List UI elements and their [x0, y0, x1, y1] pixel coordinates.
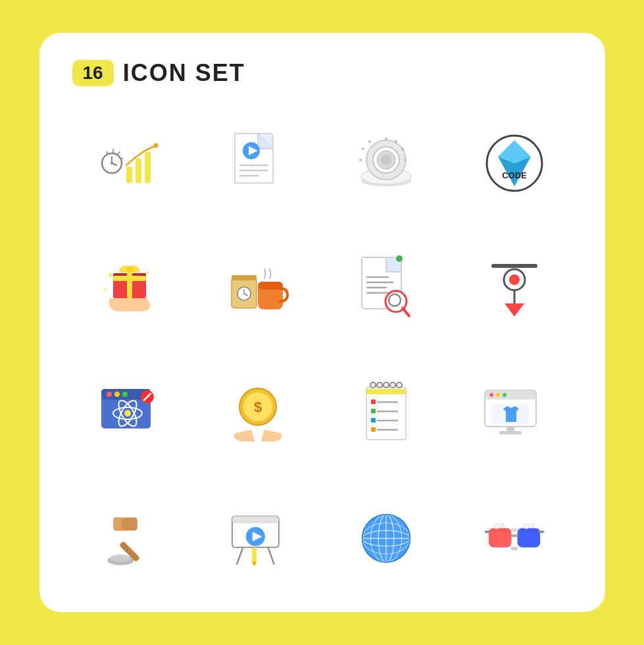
svg-rect-88	[371, 418, 376, 423]
svg-rect-58	[491, 264, 537, 268]
icon-video-document	[201, 111, 316, 216]
icon-settings-analytics	[72, 111, 187, 216]
icon-coffee-time	[201, 236, 316, 341]
svg-text:CODE: CODE	[502, 170, 527, 180]
svg-point-27	[359, 159, 362, 161]
svg-text:✦: ✦	[145, 269, 150, 276]
svg-rect-107	[232, 516, 279, 523]
svg-point-20	[381, 155, 391, 165]
svg-point-97	[489, 393, 493, 397]
svg-point-99	[503, 393, 507, 397]
svg-rect-123	[489, 529, 512, 548]
icon-grid: CODE ✦ ✦ ✦	[72, 111, 572, 591]
icon-3d-glasses	[457, 486, 572, 591]
svg-rect-90	[371, 427, 376, 432]
svg-rect-43	[232, 275, 257, 280]
svg-point-56	[389, 294, 401, 306]
svg-point-24	[404, 159, 407, 161]
svg-point-25	[368, 140, 371, 143]
icon-science-app	[72, 361, 187, 466]
svg-point-26	[362, 147, 364, 150]
svg-rect-83	[366, 389, 406, 394]
svg-point-128	[494, 524, 499, 529]
svg-point-22	[395, 140, 397, 143]
svg-point-130	[524, 524, 529, 529]
badge-number: 16	[72, 60, 114, 86]
svg-rect-126	[485, 530, 491, 533]
svg-marker-111	[252, 561, 257, 566]
svg-rect-84	[371, 400, 376, 404]
svg-point-98	[496, 393, 500, 397]
icon-code-badge: CODE	[457, 111, 572, 216]
svg-point-129	[501, 523, 504, 527]
page-title: ICON SET	[123, 59, 245, 87]
svg-point-78	[370, 382, 376, 388]
svg-point-82	[397, 382, 402, 388]
svg-rect-3	[145, 152, 151, 183]
main-card: 16 ICON SET	[39, 33, 605, 612]
svg-text:$: $	[254, 399, 262, 415]
svg-rect-35	[113, 276, 146, 281]
svg-rect-110	[252, 548, 257, 563]
icon-gavel	[72, 486, 187, 591]
svg-point-65	[107, 392, 112, 397]
icon-pin-down	[457, 236, 572, 341]
svg-marker-62	[505, 303, 524, 317]
svg-point-79	[377, 382, 382, 388]
icon-online-shop	[457, 361, 572, 466]
svg-text:✦: ✦	[103, 287, 108, 293]
svg-rect-2	[136, 159, 141, 183]
icon-money-hands: $	[201, 361, 316, 466]
icon-lens-plate	[329, 111, 444, 216]
svg-point-23	[401, 147, 404, 150]
svg-point-131	[531, 523, 534, 527]
svg-text:✦: ✦	[107, 270, 114, 280]
svg-point-101	[110, 555, 132, 562]
svg-rect-127	[538, 530, 544, 533]
icon-gift-hand: ✦ ✦ ✦	[72, 236, 187, 341]
svg-point-80	[384, 382, 389, 388]
svg-rect-95	[507, 426, 514, 432]
svg-rect-125	[511, 534, 518, 538]
icon-globe	[329, 486, 444, 591]
svg-line-57	[403, 308, 409, 316]
icon-checklist	[329, 361, 444, 466]
svg-line-112	[237, 548, 243, 564]
svg-point-54	[396, 255, 403, 262]
svg-point-66	[114, 392, 120, 397]
svg-rect-124	[518, 529, 541, 548]
svg-rect-86	[371, 409, 376, 413]
icon-presentation	[201, 486, 316, 591]
svg-point-71	[124, 410, 131, 417]
svg-rect-1	[126, 167, 132, 183]
svg-point-132	[511, 547, 518, 550]
svg-point-60	[509, 274, 520, 285]
svg-rect-104	[113, 517, 122, 530]
svg-rect-96	[499, 431, 522, 434]
svg-point-67	[122, 392, 128, 397]
header: 16 ICON SET	[72, 59, 572, 87]
svg-point-38	[126, 266, 133, 272]
icon-search-document	[329, 236, 444, 341]
svg-line-113	[268, 548, 274, 564]
svg-point-21	[385, 138, 387, 140]
svg-point-81	[390, 382, 395, 388]
svg-point-4	[154, 143, 159, 148]
